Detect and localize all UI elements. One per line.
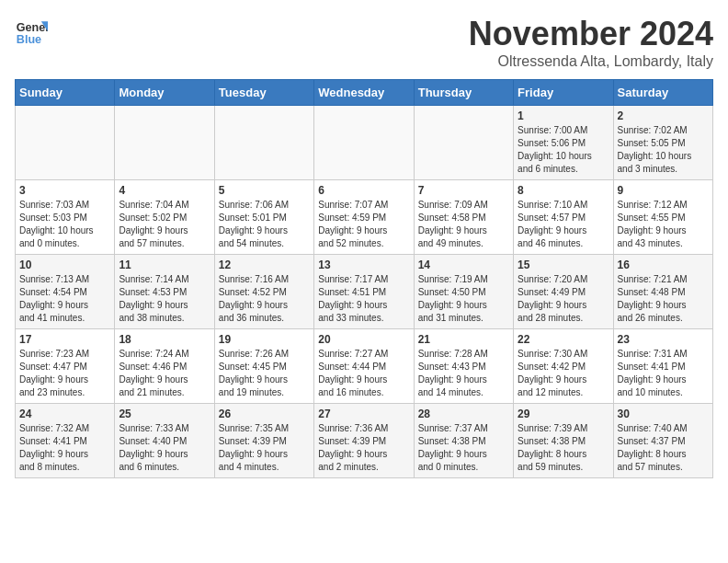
day-number: 1 xyxy=(518,109,609,122)
calendar-cell: 8Sunrise: 7:10 AM Sunset: 4:57 PM Daylig… xyxy=(514,180,613,255)
day-info: Sunrise: 7:26 AM Sunset: 4:45 PM Dayligh… xyxy=(219,348,310,399)
day-number: 17 xyxy=(19,333,110,346)
day-number: 14 xyxy=(418,259,509,271)
day-info: Sunrise: 7:24 AM Sunset: 4:46 PM Dayligh… xyxy=(119,348,210,399)
day-info: Sunrise: 7:23 AM Sunset: 4:47 PM Dayligh… xyxy=(19,348,110,399)
day-number: 19 xyxy=(219,333,310,346)
calendar-cell: 26Sunrise: 7:35 AM Sunset: 4:39 PM Dayli… xyxy=(214,404,313,478)
calendar-cell: 9Sunrise: 7:12 AM Sunset: 4:55 PM Daylig… xyxy=(613,180,712,255)
day-number: 8 xyxy=(518,184,609,197)
day-info: Sunrise: 7:12 AM Sunset: 4:55 PM Dayligh… xyxy=(618,199,709,250)
logo-icon: General Blue xyxy=(15,15,48,48)
calendar-cell: 23Sunrise: 7:31 AM Sunset: 4:41 PM Dayli… xyxy=(613,329,712,404)
day-info: Sunrise: 7:17 AM Sunset: 4:51 PM Dayligh… xyxy=(318,273,409,325)
day-info: Sunrise: 7:04 AM Sunset: 5:02 PM Dayligh… xyxy=(119,199,210,250)
week-row: 17Sunrise: 7:23 AM Sunset: 4:47 PM Dayli… xyxy=(16,329,713,404)
calendar-cell xyxy=(16,106,115,180)
calendar-cell: 20Sunrise: 7:27 AM Sunset: 4:44 PM Dayli… xyxy=(314,329,414,404)
calendar-cell: 29Sunrise: 7:39 AM Sunset: 4:38 PM Dayli… xyxy=(514,404,613,478)
day-info: Sunrise: 7:14 AM Sunset: 4:53 PM Dayligh… xyxy=(119,273,210,325)
calendar-cell: 13Sunrise: 7:17 AM Sunset: 4:51 PM Dayli… xyxy=(314,255,414,329)
day-header-thursday: Thursday xyxy=(414,80,513,106)
day-number: 16 xyxy=(618,259,709,271)
day-info: Sunrise: 7:39 AM Sunset: 4:38 PM Dayligh… xyxy=(518,422,609,474)
calendar-cell: 10Sunrise: 7:13 AM Sunset: 4:54 PM Dayli… xyxy=(16,255,115,329)
calendar-cell xyxy=(214,106,313,180)
day-info: Sunrise: 7:37 AM Sunset: 4:38 PM Dayligh… xyxy=(418,422,509,474)
day-info: Sunrise: 7:21 AM Sunset: 4:48 PM Dayligh… xyxy=(618,273,709,325)
calendar-table: SundayMondayTuesdayWednesdayThursdayFrid… xyxy=(15,79,713,478)
calendar-body: 1Sunrise: 7:00 AM Sunset: 5:06 PM Daylig… xyxy=(16,106,713,478)
day-info: Sunrise: 7:31 AM Sunset: 4:41 PM Dayligh… xyxy=(618,348,709,399)
day-number: 27 xyxy=(318,408,409,420)
week-row: 24Sunrise: 7:32 AM Sunset: 4:41 PM Dayli… xyxy=(16,404,713,478)
day-number: 15 xyxy=(518,259,609,271)
day-info: Sunrise: 7:00 AM Sunset: 5:06 PM Dayligh… xyxy=(518,124,609,176)
calendar-cell: 2Sunrise: 7:02 AM Sunset: 5:05 PM Daylig… xyxy=(613,106,712,180)
day-header-saturday: Saturday xyxy=(613,80,712,106)
day-info: Sunrise: 7:30 AM Sunset: 4:42 PM Dayligh… xyxy=(518,348,609,399)
calendar-cell: 25Sunrise: 7:33 AM Sunset: 4:40 PM Dayli… xyxy=(115,404,214,478)
calendar-cell: 1Sunrise: 7:00 AM Sunset: 5:06 PM Daylig… xyxy=(514,106,613,180)
day-number: 2 xyxy=(618,109,709,122)
svg-text:Blue: Blue xyxy=(17,33,41,46)
day-info: Sunrise: 7:27 AM Sunset: 4:44 PM Dayligh… xyxy=(318,348,409,399)
day-number: 12 xyxy=(219,259,310,271)
day-number: 24 xyxy=(19,408,110,420)
day-number: 23 xyxy=(618,333,709,346)
day-info: Sunrise: 7:03 AM Sunset: 5:03 PM Dayligh… xyxy=(19,199,110,250)
day-header-sunday: Sunday xyxy=(16,80,115,106)
calendar-cell: 4Sunrise: 7:04 AM Sunset: 5:02 PM Daylig… xyxy=(115,180,214,255)
calendar-header: SundayMondayTuesdayWednesdayThursdayFrid… xyxy=(16,80,713,106)
calendar-cell xyxy=(115,106,214,180)
day-info: Sunrise: 7:02 AM Sunset: 5:05 PM Dayligh… xyxy=(618,124,709,176)
day-number: 4 xyxy=(119,184,210,197)
day-number: 25 xyxy=(119,408,210,420)
location-title: Oltressenda Alta, Lombardy, Italy xyxy=(469,53,713,70)
calendar-cell: 17Sunrise: 7:23 AM Sunset: 4:47 PM Dayli… xyxy=(16,329,115,404)
title-area: November 2024 Oltressenda Alta, Lombardy… xyxy=(469,15,713,70)
day-number: 21 xyxy=(418,333,509,346)
calendar-cell: 28Sunrise: 7:37 AM Sunset: 4:38 PM Dayli… xyxy=(414,404,513,478)
calendar-cell: 6Sunrise: 7:07 AM Sunset: 4:59 PM Daylig… xyxy=(314,180,414,255)
day-number: 11 xyxy=(119,259,210,271)
calendar-cell: 18Sunrise: 7:24 AM Sunset: 4:46 PM Dayli… xyxy=(115,329,214,404)
day-number: 22 xyxy=(518,333,609,346)
calendar-cell: 27Sunrise: 7:36 AM Sunset: 4:39 PM Dayli… xyxy=(314,404,414,478)
day-number: 29 xyxy=(518,408,609,420)
calendar-cell: 19Sunrise: 7:26 AM Sunset: 4:45 PM Dayli… xyxy=(214,329,313,404)
calendar-cell: 30Sunrise: 7:40 AM Sunset: 4:37 PM Dayli… xyxy=(613,404,712,478)
day-info: Sunrise: 7:10 AM Sunset: 4:57 PM Dayligh… xyxy=(518,199,609,250)
day-info: Sunrise: 7:28 AM Sunset: 4:43 PM Dayligh… xyxy=(418,348,509,399)
calendar-cell: 5Sunrise: 7:06 AM Sunset: 5:01 PM Daylig… xyxy=(214,180,313,255)
day-info: Sunrise: 7:20 AM Sunset: 4:49 PM Dayligh… xyxy=(518,273,609,325)
day-number: 26 xyxy=(219,408,310,420)
calendar-cell: 11Sunrise: 7:14 AM Sunset: 4:53 PM Dayli… xyxy=(115,255,214,329)
week-row: 3Sunrise: 7:03 AM Sunset: 5:03 PM Daylig… xyxy=(16,180,713,255)
day-info: Sunrise: 7:32 AM Sunset: 4:41 PM Dayligh… xyxy=(19,422,110,474)
day-number: 13 xyxy=(318,259,409,271)
day-header-monday: Monday xyxy=(115,80,214,106)
day-info: Sunrise: 7:40 AM Sunset: 4:37 PM Dayligh… xyxy=(618,422,709,474)
day-number: 3 xyxy=(19,184,110,197)
calendar-cell xyxy=(414,106,513,180)
calendar-cell: 22Sunrise: 7:30 AM Sunset: 4:42 PM Dayli… xyxy=(514,329,613,404)
day-info: Sunrise: 7:09 AM Sunset: 4:58 PM Dayligh… xyxy=(418,199,509,250)
day-info: Sunrise: 7:07 AM Sunset: 4:59 PM Dayligh… xyxy=(318,199,409,250)
day-info: Sunrise: 7:33 AM Sunset: 4:40 PM Dayligh… xyxy=(119,422,210,474)
day-number: 10 xyxy=(19,259,110,271)
week-row: 1Sunrise: 7:00 AM Sunset: 5:06 PM Daylig… xyxy=(16,106,713,180)
header: General Blue November 2024 Oltressenda A… xyxy=(15,15,713,70)
calendar-cell: 12Sunrise: 7:16 AM Sunset: 4:52 PM Dayli… xyxy=(214,255,313,329)
day-number: 28 xyxy=(418,408,509,420)
calendar-cell: 24Sunrise: 7:32 AM Sunset: 4:41 PM Dayli… xyxy=(16,404,115,478)
day-info: Sunrise: 7:13 AM Sunset: 4:54 PM Dayligh… xyxy=(19,273,110,325)
month-title: November 2024 xyxy=(469,15,713,53)
day-info: Sunrise: 7:36 AM Sunset: 4:39 PM Dayligh… xyxy=(318,422,409,474)
day-number: 30 xyxy=(618,408,709,420)
calendar-cell: 16Sunrise: 7:21 AM Sunset: 4:48 PM Dayli… xyxy=(613,255,712,329)
day-info: Sunrise: 7:06 AM Sunset: 5:01 PM Dayligh… xyxy=(219,199,310,250)
day-number: 6 xyxy=(318,184,409,197)
day-header-friday: Friday xyxy=(514,80,613,106)
calendar-cell: 7Sunrise: 7:09 AM Sunset: 4:58 PM Daylig… xyxy=(414,180,513,255)
